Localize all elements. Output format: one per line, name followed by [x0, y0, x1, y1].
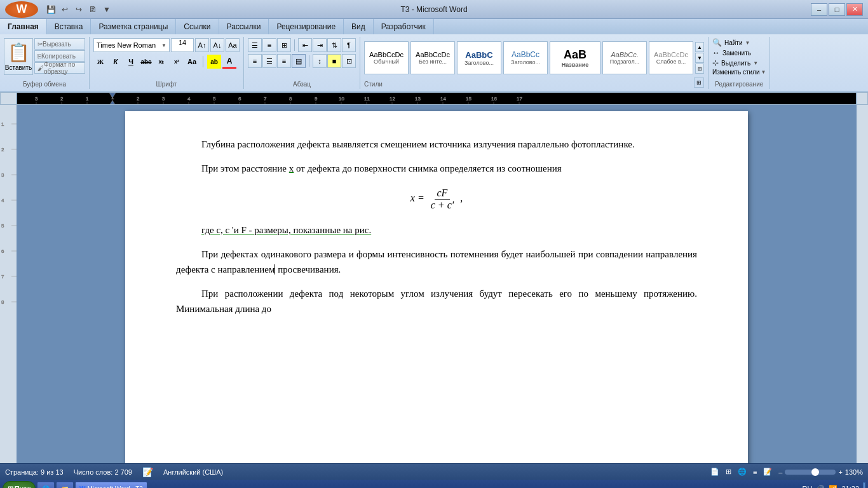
tab-page-layout[interactable]: Разметка страницы	[91, 19, 176, 34]
tab-insert[interactable]: Вставка	[47, 19, 92, 34]
shading-button[interactable]: ■	[327, 54, 341, 68]
tab-view[interactable]: Вид	[344, 19, 374, 34]
document-scroll-area[interactable]: Глубина расположения дефекта выявляется …	[17, 105, 857, 463]
volume-icon[interactable]: 🔊	[816, 485, 825, 489]
paste-button[interactable]: 📋 Вставить	[4, 38, 33, 75]
zoom-thumb[interactable]	[811, 468, 819, 476]
multilevel-list-button[interactable]: ⊞	[277, 38, 291, 52]
align-right-button[interactable]: ≡	[277, 54, 291, 68]
view-draft-icon[interactable]: 📝	[763, 468, 772, 476]
view-print-icon[interactable]: 📄	[710, 468, 719, 476]
font-label: Шрифт	[93, 79, 240, 88]
superscript-button[interactable]: x²	[170, 55, 184, 69]
clear-format-button[interactable]: Aa	[226, 38, 240, 52]
view-web-icon[interactable]: 🌐	[738, 468, 747, 476]
styles-scroll-down[interactable]: ▼	[695, 53, 704, 63]
tab-developer[interactable]: Разработчик	[374, 19, 434, 34]
language-indicator[interactable]: Английский (США)	[163, 468, 223, 476]
sort-button[interactable]: ⇅	[327, 38, 341, 52]
format-painter-button[interactable]: 🖌 Формат по образцу	[34, 62, 85, 74]
replace-icon: ↔	[712, 48, 720, 57]
style-no-spacing[interactable]: AaBbCcDc Без инте...	[410, 41, 455, 74]
redo-qa-button[interactable]: ↪	[72, 3, 85, 16]
change-case-button[interactable]: Aa	[185, 55, 199, 69]
style-title[interactable]: АаВ Название	[550, 41, 600, 74]
horizontal-ruler: 3 2 1 1 2 3 4 5 6 7 8 9 10 11 12 13 14 1…	[17, 92, 857, 105]
decrease-font-button[interactable]: A↓	[210, 38, 224, 52]
justify-button[interactable]: ▤	[292, 54, 306, 68]
change-styles-button[interactable]: Изменить стили ▼	[712, 69, 766, 76]
style-subtle[interactable]: AaBbCcDc Слабое в...	[649, 41, 693, 74]
close-button[interactable]: ✕	[846, 3, 863, 16]
highlight-button[interactable]: ab	[207, 55, 221, 69]
maximize-button[interactable]: □	[829, 3, 845, 16]
qa-dropdown[interactable]: ▼	[100, 3, 113, 16]
zoom-out-button[interactable]: –	[778, 468, 782, 476]
ruler-container: 3 2 1 1 2 3 4 5 6 7 8 9 10 11 12 13 14 1…	[0, 92, 868, 105]
tab-references[interactable]: Ссылки	[176, 19, 219, 34]
clipboard-label: Буфер обмена	[4, 79, 85, 88]
borders-button[interactable]: ⊡	[342, 54, 356, 68]
save-qa-button[interactable]: 💾	[44, 3, 57, 16]
align-left-button[interactable]: ≡	[248, 54, 262, 68]
show-desktop-button[interactable]	[863, 482, 865, 488]
minimize-button[interactable]: –	[811, 3, 827, 16]
print-qa-button[interactable]: 🖹	[86, 3, 99, 16]
network-icon[interactable]: 📶	[829, 485, 837, 489]
svg-text:2: 2	[137, 96, 140, 102]
strikethrough-button[interactable]: abc	[139, 55, 153, 69]
style-heading2[interactable]: AaBbCc Заголово...	[503, 41, 548, 74]
taskbar-word-button[interactable]: W Microsoft Word - T3	[75, 482, 147, 488]
style-heading1-preview: AaBbC	[465, 50, 492, 60]
show-marks-button[interactable]: ¶	[342, 38, 356, 52]
increase-indent-button[interactable]: ⇥	[313, 38, 327, 52]
cut-button[interactable]: ✂ Вырезать	[34, 38, 85, 50]
word-count: Число слов: 2 709	[74, 468, 132, 476]
taskbar-ie-button[interactable]: 🌐	[37, 482, 55, 488]
align-center-button[interactable]: ☰	[262, 54, 276, 68]
language-tray[interactable]: RU	[803, 485, 813, 488]
ribbon-content: 📋 Вставить ✂ Вырезать ⎘ Копировать 🖌 Фор	[0, 34, 868, 92]
formula-comma: ,	[460, 193, 463, 203]
view-full-icon[interactable]: ⊞	[726, 468, 731, 476]
style-normal[interactable]: AaBbCcDc Обычный	[364, 41, 409, 74]
increase-font-button[interactable]: A↑	[195, 38, 209, 52]
tab-mailings[interactable]: Рассылки	[219, 19, 269, 34]
style-subtle-preview: AaBbCcDc	[654, 51, 688, 58]
style-heading1[interactable]: AaBbC Заголово...	[457, 41, 501, 74]
line-spacing-button[interactable]: ↕	[313, 54, 327, 68]
numbering-button[interactable]: ≡	[262, 38, 276, 52]
spell-check-icon[interactable]: 📝	[142, 467, 153, 477]
italic-button[interactable]: К	[109, 55, 123, 69]
change-style-label: Изменить стили	[712, 69, 759, 76]
find-button[interactable]: 🔍 Найти ▼	[712, 38, 758, 47]
styles-dialog-launcher[interactable]: ⊞	[694, 78, 704, 88]
svg-text:6: 6	[238, 96, 241, 102]
paragraph-content: ☰ ≡ ⊞ ⇤ ⇥ ⇅ ¶ ≡ ☰ ≡ ▤ ↕ ■ ⊡	[248, 38, 356, 79]
bold-button[interactable]: Ж	[93, 55, 107, 69]
font-color-button[interactable]: A	[222, 55, 236, 69]
svg-text:2: 2	[60, 96, 64, 102]
tab-review[interactable]: Рецензирование	[269, 19, 344, 34]
copy-button[interactable]: ⎘ Копировать	[34, 50, 85, 62]
font-name-selector[interactable]: Times New Roman ▼	[93, 38, 170, 52]
zoom-in-button[interactable]: +	[838, 468, 842, 476]
taskbar-explorer-button[interactable]: 📁	[56, 482, 74, 488]
start-button[interactable]: ⊞ Пуск	[3, 481, 36, 488]
zoom-slider[interactable]	[785, 470, 836, 475]
replace-button[interactable]: ↔ Заменить	[712, 48, 758, 57]
font-size-selector[interactable]: 14	[171, 38, 194, 52]
tab-home[interactable]: Главная	[0, 19, 47, 34]
decrease-indent-button[interactable]: ⇤	[298, 38, 312, 52]
clipboard-group: 📋 Вставить ✂ Вырезать ⎘ Копировать 🖌 Фор	[0, 37, 90, 89]
select-button[interactable]: ⊹ Выделить ▼	[712, 58, 758, 67]
undo-qa-button[interactable]: ↩	[58, 3, 71, 16]
view-outline-icon[interactable]: ≡	[753, 468, 757, 476]
styles-more[interactable]: ⊞	[695, 64, 704, 74]
office-button[interactable]: W	[5, 1, 38, 18]
style-subtitle[interactable]: AaBbCc. Подзагол...	[602, 41, 647, 74]
bullets-button[interactable]: ☰	[248, 38, 262, 52]
underline-button[interactable]: Ч	[124, 55, 138, 69]
styles-scroll-up[interactable]: ▲	[695, 42, 704, 52]
subscript-button[interactable]: x₂	[154, 55, 168, 69]
